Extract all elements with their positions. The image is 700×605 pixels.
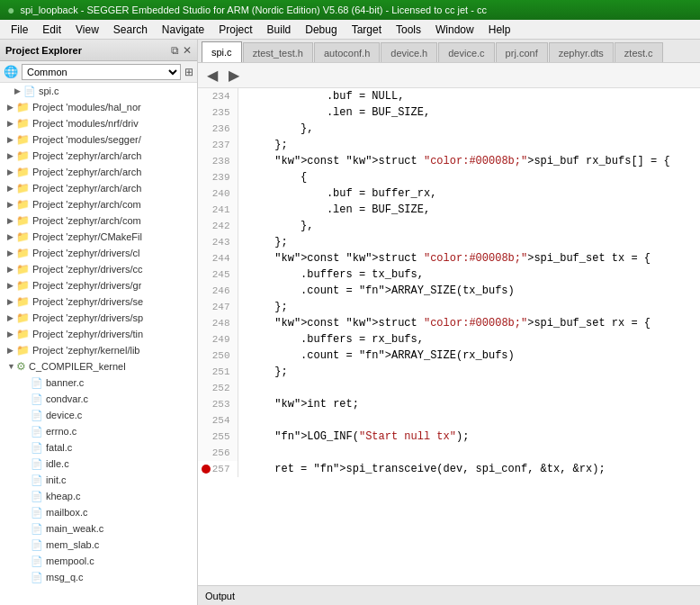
table-row: 247 }; [198,299,700,315]
tree-item[interactable]: 📄idle.c [0,456,197,472]
tree-item[interactable]: ▶📁Project 'zephyr/kernel/lib [0,342,197,358]
code-area[interactable]: 234 .buf = NULL,235 .len = BUF_SIZE,236 … [198,88,700,585]
menu-item-help[interactable]: Help [481,22,518,38]
tab-autoconf_h[interactable]: autoconf.h [314,42,380,62]
file-icon: 📄 [31,377,43,389]
tab-spi_c[interactable]: spi.c [202,41,242,62]
tree-item[interactable]: ▶📁Project 'modules/nrf/driv [0,115,197,131]
file-icon: 📄 [31,426,43,438]
table-row: 251 }; [198,364,700,380]
tree-item[interactable]: 📄errno.c [0,423,197,439]
file-icon: 📄 [31,393,43,405]
tree-item[interactable]: ▶📁Project 'zephyr/arch/arch [0,148,197,164]
tab-zephyr_dts[interactable]: zephyr.dts [549,42,614,62]
tabs-bar: spi.cztest_test.hautoconf.hdevice.hdevic… [198,40,700,63]
tree-item[interactable]: ▶📁Project 'zephyr/drivers/se [0,293,197,310]
tree-container[interactable]: ▶📄spi.c▶📁Project 'modules/hal_nor▶📁Proje… [0,83,197,605]
common-dropdown[interactable]: Common [22,64,181,80]
tree-item[interactable]: 📄device.c [0,407,197,423]
tree-item[interactable]: 📄kheap.c [0,488,197,504]
menu-item-search[interactable]: Search [106,22,155,38]
tree-item-label: Project 'zephyr/kernel/lib [32,345,140,356]
tab-prj_conf[interactable]: prj.conf [496,42,548,62]
menu-item-build[interactable]: Build [260,22,299,38]
tab-ztest_c[interactable]: ztest.c [615,42,663,62]
back-button[interactable]: ◀ [205,67,220,84]
folder-icon: 📁 [16,166,30,178]
tree-item[interactable]: ▶📁Project 'zephyr/drivers/cc [0,261,197,277]
tree-item[interactable]: ▶📁Project 'zephyr/arch/arch [0,164,197,180]
file-icon: 📄 [31,442,43,454]
tree-item[interactable]: ▼⚙C_COMPILER_kernel [0,358,197,375]
line-number: 239 [198,169,238,185]
tab-device_c[interactable]: device.c [438,42,494,62]
code-line: .len = BUF_SIZE, [238,104,700,121]
menu-item-project[interactable]: Project [211,22,259,38]
folder-icon: 📁 [16,230,30,243]
tree-arrow-icon: ▶ [7,248,16,257]
tree-item[interactable]: ▶📁Project 'zephyr/arch/arch [0,180,197,196]
table-row: 256 [198,445,700,461]
tree-item-label: device.c [46,410,82,420]
tree-item[interactable]: 📄mailbox.c [0,504,197,520]
table-row: 237 }; [198,137,700,153]
menu-item-window[interactable]: Window [428,22,481,38]
code-line: .count = "fn">ARRAY_SIZE(rx_bufs) [238,348,700,364]
tree-item[interactable]: ▶📁Project 'modules/hal_nor [0,99,197,115]
line-number: 236 [198,121,238,137]
code-line: }; [238,364,700,380]
tree-item-label: Project 'zephyr/drivers/cc [32,264,143,275]
forward-button[interactable]: ▶ [227,67,241,84]
menu-item-tools[interactable]: Tools [389,22,428,38]
tree-item-label: mempool.c [46,555,94,566]
tree-item[interactable]: ▶📁Project 'zephyr/drivers/gr [0,277,197,293]
line-number: 242 [198,218,238,234]
folder-icon: 📁 [16,117,30,130]
tree-item[interactable]: ▶📁Project 'zephyr/arch/com [0,196,197,212]
line-number: 237 [198,137,238,153]
tree-item[interactable]: 📄fatal.c [0,439,197,456]
folder-icon: 📁 [16,198,30,211]
tree-item[interactable]: 📄banner.c [0,375,197,391]
tree-item[interactable]: ▶📄spi.c [0,83,197,99]
tree-item[interactable]: 📄main_weak.c [0,520,197,537]
tree-arrow-icon: ▶ [7,232,16,241]
menu-item-debug[interactable]: Debug [298,22,344,38]
tree-item-label: mem_slab.c [46,539,99,550]
table-row: 240 .buf = buffer_rx, [198,185,700,202]
tree-item[interactable]: 📄init.c [0,472,197,488]
editor-panel: spi.cztest_test.hautoconf.hdevice.hdevic… [198,40,700,605]
tree-item-label: spi.c [39,86,59,96]
tab-device_h[interactable]: device.h [381,42,437,62]
menu-item-edit[interactable]: Edit [35,22,68,38]
menu-item-view[interactable]: View [68,22,106,38]
close-icon[interactable]: ✕ [183,44,192,57]
tree-item[interactable]: 📄msg_q.c [0,569,197,585]
file-icon: 📄 [31,474,43,486]
tree-item[interactable]: ▶📁Project 'zephyr/CMakeFil [0,229,197,245]
tree-item[interactable]: ▶📁Project 'zephyr/arch/com [0,212,197,229]
line-number: 243 [198,234,238,250]
line-number: 240 [198,185,238,202]
menu-item-navigate[interactable]: Navigate [155,22,211,38]
tree-item-label: Project 'zephyr/drivers/sp [32,312,143,323]
tree-item[interactable]: ▶📁Project 'zephyr/drivers/tin [0,326,197,342]
tree-item[interactable]: ▶📁Project 'modules/segger/ [0,131,197,148]
table-row: 242 }, [198,218,700,234]
file-icon: 📄 [31,507,43,519]
table-row: 248 "kw">const "kw">struct "color:#00008… [198,315,700,331]
code-line: }, [238,121,700,137]
tree-item[interactable]: 📄mem_slab.c [0,537,197,553]
menu-item-target[interactable]: Target [345,22,389,38]
table-row: 244 "kw">const "kw">struct "color:#00008… [198,250,700,266]
tree-item[interactable]: ▶📁Project 'zephyr/drivers/cl [0,245,197,261]
tree-item[interactable]: ▶📁Project 'zephyr/drivers/sp [0,310,197,326]
expand-icon[interactable]: ⊞ [184,66,193,78]
tab-ztest_test_h[interactable]: ztest_test.h [243,42,313,62]
restore-icon[interactable]: ⧉ [171,44,179,57]
tree-item[interactable]: 📄mempool.c [0,553,197,569]
line-number: 245 [198,266,238,283]
tree-item-label: fatal.c [46,442,72,453]
tree-item[interactable]: 📄condvar.c [0,391,197,407]
menu-item-file[interactable]: File [4,22,35,38]
